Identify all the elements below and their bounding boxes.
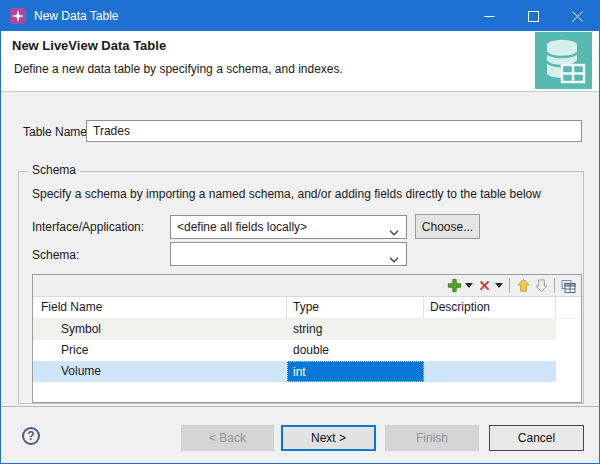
copy-schema-button[interactable] [559, 276, 577, 296]
wizard-header: New LiveView Data Table Define a new dat… [1, 31, 599, 92]
fields-table-container: Field Name Type Description Symbol strin… [32, 274, 582, 403]
interface-application-select[interactable]: <define all fields locally> [170, 215, 407, 239]
arrow-up-icon [516, 278, 531, 293]
footer-separator [1, 406, 599, 407]
table-row-price[interactable]: Price double [33, 340, 556, 361]
titlebar[interactable]: New Data Table [1, 1, 599, 31]
field-type-cell[interactable]: double [287, 340, 424, 361]
field-description-cell[interactable] [424, 319, 556, 340]
field-name-cell[interactable]: Volume [33, 361, 287, 382]
app-icon [10, 8, 26, 24]
fields-table-header: Field Name Type Description [33, 297, 581, 319]
chevron-down-icon [389, 252, 399, 266]
remove-field-button[interactable] [475, 276, 493, 296]
window-title: New Data Table [34, 9, 119, 23]
next-button[interactable]: Next > [281, 425, 376, 451]
column-header-field-name[interactable]: Field Name [33, 297, 287, 318]
field-type-cell[interactable]: string [287, 319, 424, 340]
table-name-label: Table Name: [23, 125, 90, 139]
close-button[interactable] [555, 1, 599, 31]
back-button: < Back [181, 425, 274, 451]
maximize-button[interactable] [511, 1, 555, 31]
schema-select[interactable] [170, 242, 407, 266]
move-field-up-button[interactable] [514, 276, 532, 296]
arrow-down-icon [534, 278, 549, 293]
field-name-cell[interactable]: Price [33, 340, 287, 361]
minimize-icon [484, 11, 495, 22]
schema-instruction: Specify a schema by importing a named sc… [32, 187, 541, 201]
schema-label: Schema: [32, 248, 79, 262]
finish-button: Finish [385, 425, 479, 451]
plus-icon [447, 278, 462, 293]
help-button[interactable]: ? [22, 427, 40, 445]
dropdown-arrow-icon [495, 283, 503, 288]
database-table-icon [535, 32, 592, 89]
column-header-type[interactable]: Type [287, 297, 424, 318]
dropdown-arrow-icon [465, 283, 473, 288]
toolbar-separator [509, 278, 510, 293]
minimize-button[interactable] [467, 1, 511, 31]
window-controls [467, 1, 599, 31]
schema-group-label: Schema [28, 163, 80, 177]
copy-table-icon [560, 278, 576, 294]
cancel-button[interactable]: Cancel [489, 425, 584, 451]
delete-x-icon [477, 278, 492, 293]
interface-application-label: Interface/Application: [32, 220, 144, 234]
field-name-cell[interactable]: Symbol [33, 319, 287, 340]
field-description-cell[interactable] [424, 340, 556, 361]
choose-button[interactable]: Choose... [415, 214, 480, 239]
remove-field-menu-button[interactable] [493, 276, 505, 296]
table-name-input[interactable] [86, 120, 582, 142]
maximize-icon [528, 11, 539, 22]
new-data-table-dialog: New Data Table New LiveView Data Table D… [0, 0, 600, 464]
add-field-button[interactable] [445, 276, 463, 296]
chevron-down-icon [389, 225, 399, 239]
schema-group: Schema Specify a schema by importing a n… [18, 171, 584, 404]
close-icon [572, 11, 583, 22]
field-description-cell[interactable] [424, 361, 556, 382]
table-row-symbol[interactable]: Symbol string [33, 319, 556, 340]
add-field-menu-button[interactable] [463, 276, 475, 296]
interface-application-value: <define all fields locally> [177, 220, 307, 234]
column-header-description[interactable]: Description [424, 297, 556, 318]
wizard-subtitle: Define a new data table by specifying a … [14, 62, 343, 76]
toolbar-separator [554, 278, 555, 293]
table-row-volume[interactable]: Volume int [33, 361, 556, 382]
fields-toolbar [33, 275, 581, 297]
move-field-down-button[interactable] [532, 276, 550, 296]
wizard-title: New LiveView Data Table [12, 38, 166, 53]
field-type-cell-selected[interactable]: int [287, 361, 424, 382]
